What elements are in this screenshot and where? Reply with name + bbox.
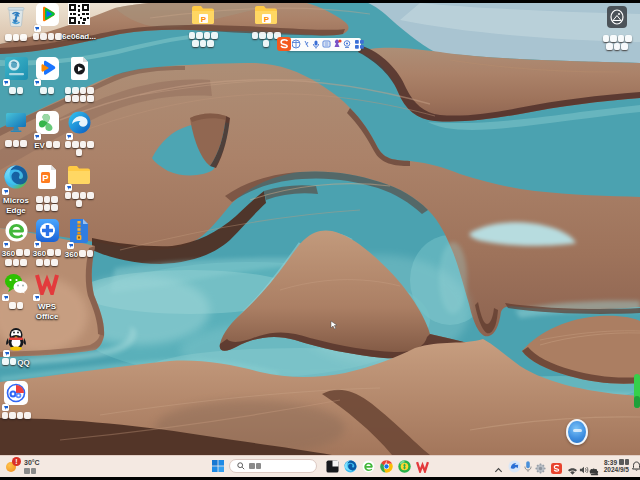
svg-text:P: P xyxy=(264,15,270,24)
svg-text:P: P xyxy=(201,15,207,24)
svg-text:P: P xyxy=(42,172,49,183)
